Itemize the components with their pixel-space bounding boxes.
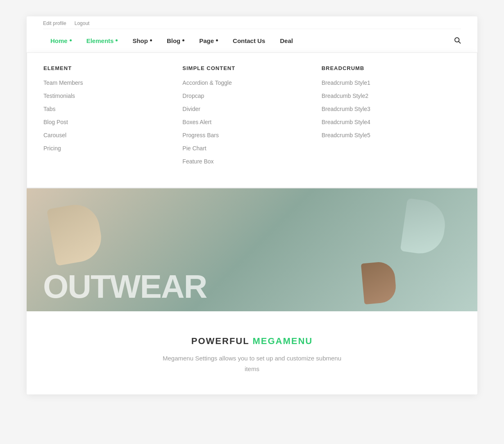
megamenu-item-pricing[interactable]: Pricing [43, 145, 174, 152]
megamenu-col-element: ELEMENT Team Members Testimonials Tabs B… [43, 65, 182, 171]
megamenu-col-simple-content: SIMPLE CONTENT Accordion & Toggle Dropca… [182, 65, 321, 171]
megamenu-heading-breadcrumb: BREADCRUMB [322, 65, 452, 71]
nav-item-elements[interactable]: Elements [79, 35, 125, 47]
megamenu-col-breadcrumb: BREADCRUMB Breadcrumb Style1 Breadcumb S… [322, 65, 461, 171]
megamenu-item-blog-post[interactable]: Blog Post [43, 119, 174, 125]
megamenu-item-carousel[interactable]: Carousel [43, 132, 174, 138]
section-info: POWERFUL MEGAMENU Megamenu Settings allo… [27, 311, 477, 394]
megamenu-item-breadcrumb-5[interactable]: Breadcrumb Style5 [322, 132, 452, 138]
nav-label-home: Home [50, 37, 68, 44]
page-wrapper: Edit profile Logout Home Elements Shop B… [27, 16, 477, 394]
nav-item-blog[interactable]: Blog [159, 35, 192, 47]
nav-dot-elements [116, 39, 118, 41]
megamenu-heading-simple-content: SIMPLE CONTENT [182, 65, 313, 71]
nav-dot-home [70, 39, 72, 41]
nav-label-page: Page [199, 37, 214, 44]
nav-dot-page [216, 39, 218, 41]
megamenu-item-accordion[interactable]: Accordion & Toggle [182, 79, 313, 86]
megamenu-item-feature-box[interactable]: Feature Box [182, 158, 313, 165]
section-title-part2: MEGAMENU [252, 336, 313, 346]
nav-label-elements: Elements [86, 37, 114, 44]
nav-item-contact[interactable]: Contact Us [225, 35, 272, 47]
megamenu-dropdown: ELEMENT Team Members Testimonials Tabs B… [27, 52, 477, 188]
nav-item-home[interactable]: Home [43, 35, 79, 47]
svg-line-1 [459, 41, 460, 43]
section-description: Megamenu Settings allows you to set up a… [158, 353, 346, 374]
nav-item-page[interactable]: Page [192, 35, 225, 47]
nav-item-deal[interactable]: Deal [272, 35, 300, 47]
megamenu-item-boxes-alert[interactable]: Boxes Alert [182, 119, 313, 125]
megamenu-item-divider[interactable]: Divider [182, 106, 313, 112]
megamenu-item-breadcrumb-2[interactable]: Breadcumb Style2 [322, 93, 452, 99]
section-title-part1: POWERFUL [191, 336, 253, 346]
megamenu-item-dropcap[interactable]: Dropcap [182, 93, 313, 99]
megamenu-item-breadcrumb-4[interactable]: Breadcrumb Style4 [322, 119, 452, 125]
top-bar: Edit profile Logout [43, 16, 461, 29]
megamenu-item-pie-chart[interactable]: Pie Chart [182, 145, 313, 152]
shoe-decoration-mid [361, 261, 397, 305]
megamenu-item-tabs[interactable]: Tabs [43, 106, 174, 112]
nav-label-deal: Deal [280, 37, 293, 44]
megamenu-item-progress-bars[interactable]: Progress Bars [182, 132, 313, 138]
megamenu-item-breadcrumb-1[interactable]: Breadcrumb Style1 [322, 79, 452, 86]
megamenu-item-testimonials[interactable]: Testimonials [43, 93, 174, 99]
nav-item-shop[interactable]: Shop [125, 35, 159, 47]
nav-label-blog: Blog [167, 37, 180, 44]
search-icon[interactable] [454, 36, 461, 45]
logout-link[interactable]: Logout [75, 20, 90, 26]
edit-profile-link[interactable]: Edit profile [43, 20, 66, 26]
shoe-decoration-left [47, 201, 105, 266]
nav-dot-blog [182, 39, 184, 41]
shoe-decoration-right [400, 198, 448, 257]
nav-label-contact: Contact Us [233, 37, 265, 44]
megamenu-item-breadcrumb-3[interactable]: Breadcrumb Style3 [322, 106, 452, 112]
header: Edit profile Logout Home Elements Shop B… [27, 16, 477, 188]
hero-area: OUTWEAR [27, 188, 477, 311]
hero-text: OUTWEAR [43, 270, 207, 303]
nav-bar: Home Elements Shop Blog Page Contact Us [43, 29, 461, 52]
nav-dot-shop [150, 39, 152, 41]
megamenu-item-team-members[interactable]: Team Members [43, 79, 174, 86]
megamenu-heading-element: ELEMENT [43, 65, 174, 71]
nav-label-shop: Shop [132, 37, 148, 44]
section-title: POWERFUL MEGAMENU [43, 336, 461, 347]
